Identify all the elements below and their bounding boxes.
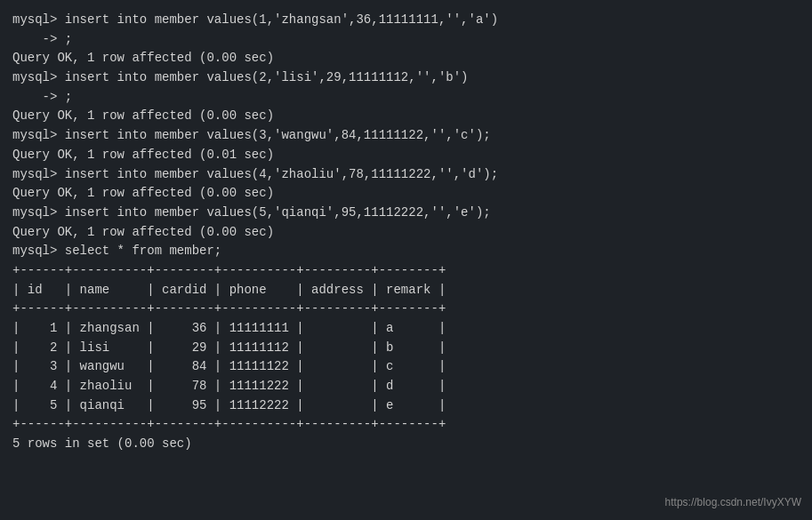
terminal-line: | 1 | zhangsan | 36 | 11111111 | | a | bbox=[12, 319, 800, 339]
terminal-line: mysql> insert into member values(1,'zhan… bbox=[12, 11, 800, 30]
terminal-line: Query OK, 1 row affected (0.00 sec) bbox=[12, 49, 800, 68]
terminal-line: | 3 | wangwu | 84 | 11111122 | | c | bbox=[12, 357, 800, 377]
terminal-line: mysql> insert into member values(5,'qian… bbox=[12, 204, 800, 223]
terminal-line: mysql> insert into member values(3,'wang… bbox=[12, 126, 800, 146]
terminal-line: +------+----------+--------+----------+-… bbox=[12, 300, 800, 319]
terminal-line: mysql> insert into member values(2,'lisi… bbox=[12, 68, 800, 88]
terminal-line: | 5 | qianqi | 95 | 11112222 | | e | bbox=[12, 396, 800, 416]
terminal-line: +------+----------+--------+----------+-… bbox=[12, 415, 800, 435]
terminal-line: | 2 | lisi | 29 | 11111112 | | b | bbox=[12, 339, 800, 358]
terminal-line: Query OK, 1 row affected (0.00 sec) bbox=[12, 107, 800, 126]
terminal-line: 5 rows in set (0.00 sec) bbox=[12, 435, 800, 454]
terminal: mysql> insert into member values(1,'zhan… bbox=[0, 0, 812, 520]
terminal-line: -> ; bbox=[12, 88, 800, 108]
terminal-line: +------+----------+--------+----------+-… bbox=[12, 261, 800, 281]
terminal-line: | id | name | cardid | phone | address |… bbox=[12, 281, 800, 300]
terminal-line: mysql> insert into member values(4,'zhao… bbox=[12, 165, 800, 185]
terminal-line: mysql> select * from member; bbox=[12, 242, 800, 261]
terminal-line: Query OK, 1 row affected (0.00 sec) bbox=[12, 184, 800, 204]
terminal-line: | 4 | zhaoliu | 78 | 11111222 | | d | bbox=[12, 377, 800, 396]
terminal-line: Query OK, 1 row affected (0.00 sec) bbox=[12, 223, 800, 243]
terminal-line: -> ; bbox=[12, 30, 800, 50]
watermark: https://blog.csdn.net/IvyXYW bbox=[665, 494, 801, 511]
terminal-line: Query OK, 1 row affected (0.01 sec) bbox=[12, 146, 800, 165]
